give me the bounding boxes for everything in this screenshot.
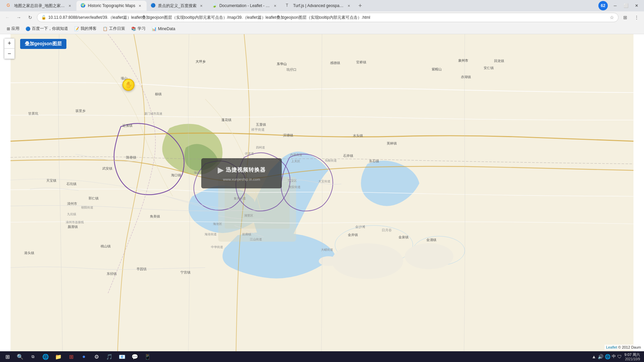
window-controls: 62 ─ ⬜ ✕	[598, 1, 641, 10]
svg-text:港头镇: 港头镇	[24, 251, 34, 255]
forward-button[interactable]: →	[14, 13, 23, 22]
tab-leaflet[interactable]: 🍃 Documentation - Leaflet - a J... ✕	[208, 1, 282, 11]
svg-text:金沙滩: 金沙滩	[355, 225, 365, 229]
svg-text:官桥镇: 官桥镇	[356, 60, 366, 64]
edge-button[interactable]: 🌐	[40, 352, 52, 361]
tab-csdn-close[interactable]: ✕	[67, 3, 72, 8]
zoom-out-button[interactable]: −	[4, 49, 14, 59]
tab-turf-close[interactable]: ✕	[346, 3, 352, 8]
svg-text:伏龙道: 伏龙道	[245, 152, 254, 155]
map-marker[interactable]: ✋	[122, 79, 135, 91]
bookmark-minedata-icon: 📊	[152, 26, 157, 31]
refresh-button[interactable]: ↻	[25, 13, 35, 22]
svg-text:坑仔口: 坑仔口	[286, 68, 297, 71]
file-explorer-button[interactable]: 📁	[52, 352, 64, 361]
svg-point-3	[332, 243, 403, 279]
new-tab-button[interactable]: +	[356, 1, 365, 10]
tray-antivirus-icon[interactable]: 🛡	[617, 354, 622, 359]
svg-text:金泉镇: 金泉镇	[398, 235, 409, 239]
tab-turf-favicon: T	[286, 3, 291, 8]
chrome-taskbar-button[interactable]: ●	[78, 352, 90, 361]
tray-input-icon[interactable]: 中	[612, 354, 616, 359]
address-bar[interactable]: 🔓 10.11.0.87:8088/server/leaflet/39.（lea…	[37, 13, 619, 22]
tab-leaflet-label: Documentation - Leaflet - a J...	[219, 3, 270, 8]
bookmark-work-icon: 📋	[103, 26, 108, 31]
store-icon: ⊞	[69, 354, 73, 360]
svg-text:武安镇: 武安镇	[102, 167, 112, 170]
bookmark-minedata[interactable]: 📊 MineData	[149, 25, 178, 33]
wechat-icon: 💬	[131, 354, 138, 360]
svg-point-4	[405, 243, 453, 269]
wechat-button[interactable]: 💬	[129, 352, 141, 361]
map-attribution[interactable]: Leaflet © 2012 Daum	[604, 345, 643, 350]
bookmark-baidu[interactable]: 🔵 百度一下，你就知道	[23, 25, 71, 33]
tray-up-arrow[interactable]: ▲	[592, 354, 596, 359]
music-icon: 🎵	[106, 354, 113, 360]
bookmark-work-label: 工作日策	[109, 26, 125, 32]
task-view-button[interactable]: ⧉	[27, 352, 39, 361]
svg-text:泉州市: 泉州市	[458, 59, 468, 62]
zoom-controls: + −	[4, 38, 15, 59]
svg-point-5	[319, 256, 338, 266]
bookmark-study[interactable]: 📚 学习	[128, 25, 148, 33]
tray-date-display: 2021/10/9	[625, 357, 640, 361]
store-button[interactable]: ⊞	[65, 352, 77, 361]
tab-historic-label: Historic Topographic Maps	[88, 3, 135, 8]
video-overlay-icon: ▶	[218, 165, 224, 175]
maximize-button[interactable]: ⬜	[621, 1, 631, 10]
tab-leaflet-close[interactable]: ✕	[272, 3, 278, 8]
svg-text:杨镇: 杨镇	[155, 92, 162, 96]
tab-historic-close[interactable]: ✕	[137, 3, 143, 8]
task-view-icon: ⧉	[32, 354, 35, 359]
svg-text:英林镇: 英林镇	[387, 141, 397, 145]
extensions-button[interactable]: ⊞	[621, 13, 630, 22]
svg-text:石井镇: 石井镇	[343, 154, 353, 158]
file-explorer-icon: 📁	[55, 354, 62, 360]
bookmark-blog-icon: 📝	[74, 26, 79, 31]
address-text: 10.11.0.87:8088/server/leaflet/39.（leafl…	[48, 15, 606, 20]
geojson-overlay-button[interactable]: 叠加geojson图层	[20, 39, 66, 49]
music-button[interactable]: 🎵	[103, 352, 115, 361]
bookmark-star-icon[interactable]: ☆	[610, 15, 614, 20]
start-icon: ⊞	[5, 354, 10, 360]
tab-baidu-search[interactable]: 🔵 质点的定义_百度搜索 ✕	[147, 1, 208, 11]
bookmark-work[interactable]: 📋 工作日策	[100, 25, 128, 33]
svg-text:大嶝街道: 大嶝街道	[321, 248, 333, 251]
profile-avatar[interactable]: 62	[598, 1, 608, 10]
svg-text:宁宫镇: 宁宫镇	[180, 270, 191, 274]
close-button[interactable]: ✕	[632, 1, 641, 10]
tab-csdn-favicon: G	[7, 3, 12, 8]
svg-text:感德镇: 感德镇	[330, 61, 340, 65]
tab-turf[interactable]: T Turf.js | Advanced geospatial... ✕	[282, 1, 356, 11]
tab-historic-maps[interactable]: 🌍 Historic Topographic Maps ✕	[76, 1, 147, 11]
minimize-button[interactable]: ─	[610, 1, 620, 10]
svg-text:桃山镇: 桃山镇	[101, 244, 111, 248]
settings-button[interactable]: ⚙	[91, 352, 103, 361]
svg-text:近溪镇: 近溪镇	[122, 124, 132, 127]
svg-text:厦门城市高速: 厦门城市高速	[144, 112, 162, 115]
svg-text:水头镇: 水头镇	[353, 134, 363, 137]
tab-csdn-label: 地图之家总目录_地图之家-CSDN...	[14, 3, 65, 9]
svg-text:东华山: 东华山	[277, 62, 287, 66]
back-button[interactable]: ←	[3, 13, 12, 22]
mail-button[interactable]: 📧	[116, 352, 128, 361]
svg-text:日月谷: 日月谷	[382, 228, 392, 232]
bookmark-blog[interactable]: 📝 我的博客	[71, 25, 99, 33]
tray-network-icon[interactable]: 🌐	[605, 354, 610, 359]
leaflet-link[interactable]: Leaflet	[606, 345, 617, 349]
zoom-in-button[interactable]: +	[4, 39, 14, 49]
search-button[interactable]: 🔍	[14, 352, 26, 361]
menu-button[interactable]: ⋮	[632, 13, 641, 22]
phone-button[interactable]: 📱	[142, 352, 154, 361]
edge-icon: 🌐	[42, 354, 49, 360]
svg-text:金涌镇: 金涌镇	[426, 238, 436, 242]
svg-text:海口镇: 海口镇	[171, 173, 181, 177]
tab-baidu-close[interactable]: ✕	[199, 3, 204, 8]
tray-datetime[interactable]: 9:07 周六 2021/10/9	[625, 352, 640, 361]
tab-csdn[interactable]: G 地图之家总目录_地图之家-CSDN... ✕	[3, 1, 76, 11]
svg-text:安仁镇: 安仁镇	[484, 66, 494, 70]
tray-volume-icon[interactable]: 🔊	[598, 354, 603, 359]
bookmark-apps[interactable]: ⊞ 应用	[4, 25, 22, 33]
attribution-text: © 2012 Daum	[618, 345, 641, 349]
start-button[interactable]: ⊞	[1, 352, 13, 361]
